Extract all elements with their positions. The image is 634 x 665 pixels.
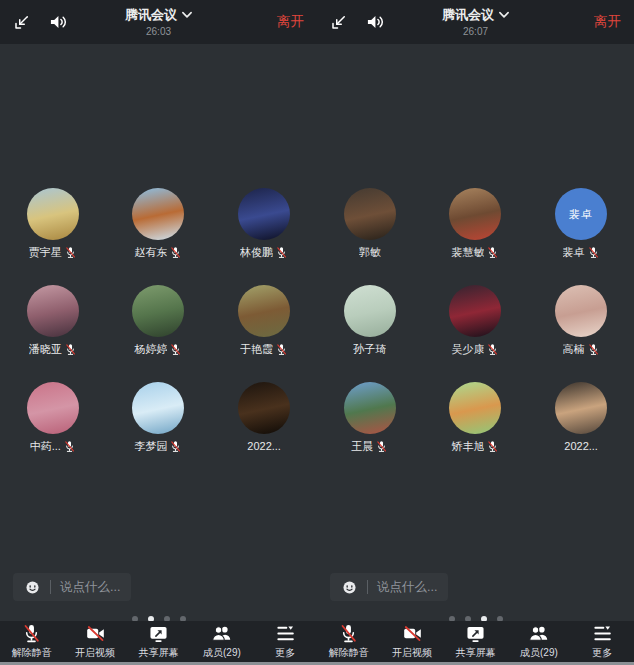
toolbar-item[interactable]: 解除静音 (317, 623, 380, 660)
mic-muted-icon (486, 246, 499, 259)
participant-name: 林俊鹏 (240, 246, 273, 259)
participant-cell[interactable]: 中药... (0, 382, 106, 453)
participant-cell[interactable]: 2022... (528, 382, 634, 453)
participant-cell[interactable]: 2022... (211, 382, 317, 453)
avatar[interactable] (238, 382, 290, 434)
chat-input[interactable]: 说点什么... (13, 573, 131, 601)
bottom-toolbar: 解除静音 开启视频 共享屏幕 成员(29) 更多 (0, 621, 317, 662)
avatar[interactable] (555, 382, 607, 434)
participant-cell[interactable]: 裴卓 裴卓 (528, 188, 634, 259)
participant-cell[interactable]: 王晨 (317, 382, 423, 453)
participant-name-row: 林俊鹏 (240, 246, 288, 259)
participant-cell[interactable]: 潘晓亚 (0, 285, 106, 356)
participant-cell[interactable]: 赵有东 (106, 188, 212, 259)
toolbar-item[interactable]: 开启视频 (380, 623, 443, 660)
toolbar-item[interactable]: 成员(29) (190, 623, 253, 660)
participant-name: 吴少康 (451, 343, 484, 356)
participant-cell[interactable]: 林俊鹏 (211, 188, 317, 259)
toolbar-label: 共享屏幕 (456, 646, 496, 660)
participant-name: 2022... (564, 440, 598, 453)
participant-name: 裴卓 (563, 246, 585, 259)
shrink-icon[interactable] (330, 13, 348, 31)
participant-name-row: 于艳霞 (240, 343, 288, 356)
avatar[interactable] (344, 382, 396, 434)
participant-cell[interactable]: 吴少康 (423, 285, 529, 356)
speaker-icon[interactable] (365, 12, 385, 32)
participant-cell[interactable]: 郭敏 (317, 188, 423, 259)
leave-button[interactable]: 离开 (277, 13, 304, 31)
share-screen-icon (465, 623, 486, 644)
toolbar-item[interactable]: 共享屏幕 (444, 623, 507, 660)
participant-name-row: 高楠 (563, 343, 600, 356)
avatar[interactable] (238, 285, 290, 337)
toolbar-label: 成员(29) (203, 646, 241, 660)
participant-name: 李梦园 (134, 440, 167, 453)
more-icon (275, 623, 296, 644)
participant-name-row: 贾宇星 (29, 246, 77, 259)
meeting-screen-left: 腾讯会议 26:03 离开 贾宇星 赵有东 林俊鹏 潘晓亚 (0, 0, 317, 665)
chat-input[interactable]: 说点什么... (330, 573, 448, 601)
participant-name-row: 裴卓 (563, 246, 600, 259)
participant-name: 于艳霞 (240, 343, 273, 356)
participant-cell[interactable]: 孙子琦 (317, 285, 423, 356)
participant-cell[interactable]: 李梦园 (106, 382, 212, 453)
avatar[interactable]: 裴卓 (555, 188, 607, 240)
mic-muted-icon (169, 246, 182, 259)
toolbar-item[interactable]: 解除静音 (0, 623, 63, 660)
participant-name: 裴慧敏 (451, 246, 484, 259)
top-bar: 腾讯会议 26:07 离开 (317, 0, 634, 44)
avatar[interactable] (449, 382, 501, 434)
participant-cell[interactable]: 于艳霞 (211, 285, 317, 356)
speaker-icon[interactable] (48, 12, 68, 32)
members-icon (211, 623, 232, 644)
meeting-title-block[interactable]: 腾讯会议 26:03 (125, 6, 192, 37)
meeting-title-block[interactable]: 腾讯会议 26:07 (442, 6, 509, 37)
participant-name-row: 孙子琦 (353, 343, 386, 356)
meeting-title: 腾讯会议 (442, 6, 494, 24)
toolbar-item[interactable]: 成员(29) (507, 623, 570, 660)
share-screen-icon (148, 623, 169, 644)
avatar[interactable] (27, 188, 79, 240)
avatar[interactable] (344, 188, 396, 240)
shrink-icon[interactable] (13, 13, 31, 31)
toolbar-item[interactable]: 共享屏幕 (127, 623, 190, 660)
toolbar-label: 解除静音 (12, 646, 52, 660)
chat-placeholder: 说点什么... (377, 579, 437, 596)
avatar[interactable] (27, 285, 79, 337)
avatar[interactable] (132, 285, 184, 337)
participant-cell[interactable]: 贾宇星 (0, 188, 106, 259)
participant-name-row: 郭敏 (359, 246, 381, 259)
toolbar-item[interactable]: 开启视频 (63, 623, 126, 660)
avatar[interactable] (132, 382, 184, 434)
avatar[interactable] (449, 285, 501, 337)
participant-name: 高楠 (563, 343, 585, 356)
avatar[interactable] (344, 285, 396, 337)
toolbar-item[interactable]: 更多 (571, 623, 634, 660)
avatar[interactable] (449, 188, 501, 240)
avatar[interactable] (27, 382, 79, 434)
leave-button[interactable]: 离开 (594, 13, 621, 31)
participant-name-row: 赵有东 (134, 246, 182, 259)
toolbar-label: 更多 (592, 646, 612, 660)
avatar[interactable] (132, 188, 184, 240)
mic-muted-icon (275, 246, 288, 259)
emoji-smile-icon[interactable] (341, 579, 358, 596)
avatar[interactable] (238, 188, 290, 240)
participant-name: 杨婷婷 (134, 343, 167, 356)
avatar[interactable] (555, 285, 607, 337)
emoji-smile-icon[interactable] (24, 579, 41, 596)
participant-cell[interactable]: 高楠 (528, 285, 634, 356)
toolbar-label: 开启视频 (75, 646, 115, 660)
participant-name: 中药... (30, 440, 61, 453)
chat-divider (50, 580, 51, 594)
participant-name: 贾宇星 (29, 246, 62, 259)
participant-cell[interactable]: 裴慧敏 (423, 188, 529, 259)
participant-cell[interactable]: 矫丰旭 (423, 382, 529, 453)
toolbar-label: 更多 (275, 646, 295, 660)
participant-cell[interactable]: 杨婷婷 (106, 285, 212, 356)
toolbar-label: 解除静音 (329, 646, 369, 660)
mic-muted-icon (486, 343, 499, 356)
participant-name: 潘晓亚 (29, 343, 62, 356)
chat-divider (367, 580, 368, 594)
toolbar-item[interactable]: 更多 (254, 623, 317, 660)
